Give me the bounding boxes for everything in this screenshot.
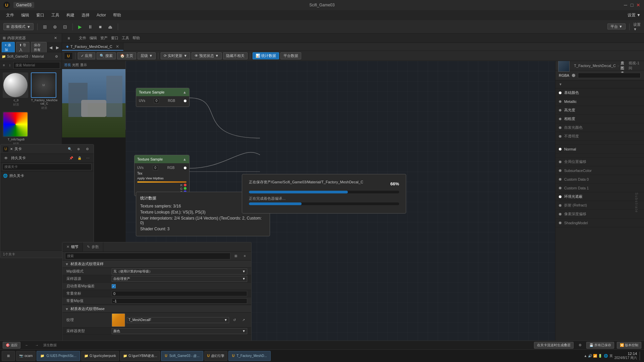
version-ctrl-btn[interactable]: 🔀 版本控制 <box>617 342 641 349</box>
vp-tab-show[interactable]: 显示 <box>80 63 87 67</box>
search-input[interactable] <box>13 62 60 69</box>
tex-node1-collapse[interactable]: ▲ <box>183 90 186 94</box>
mat-btn-apply[interactable]: ✓ 应用 <box>78 52 95 59</box>
level-persistent-item[interactable]: 🌐 持久关卡 <box>0 171 94 180</box>
mat-menu-help[interactable]: 帮助 <box>132 36 140 41</box>
menu-build[interactable]: 构建 <box>64 11 77 19</box>
restore-button[interactable]: □ <box>630 3 634 7</box>
details-search-input[interactable] <box>65 253 230 259</box>
stream-generate-btn[interactable]: 在关卡流送时生成叠层 <box>534 342 574 349</box>
show-desktop-btn[interactable] <box>640 352 642 360</box>
mat-btn-preview[interactable]: 👁 预览状态 ▼ <box>192 52 222 59</box>
vp-tab-lit[interactable]: 光照 <box>72 63 79 67</box>
asset-item-info[interactable]: T_InfoTagsB 材质 <box>3 112 30 146</box>
toolbar-icon-3[interactable]: ⊟ <box>61 23 69 31</box>
mat-btn-stats[interactable]: 📊 统计数据 <box>253 52 279 59</box>
mat-btn-hierarchy[interactable]: 层级 ▼ <box>138 52 156 59</box>
expand-row[interactable]: ▼ <box>555 80 644 88</box>
texture-sample-node-2[interactable]: Texture Sample ▲ UVs 0 RGB Tex Apply Vie… <box>134 155 190 196</box>
mat-menu-window[interactable]: 窗口 <box>111 36 118 41</box>
taskbar-app-cyberpunk[interactable]: 📁 G:\gun\cyberpunk <box>81 351 119 361</box>
menu-edit[interactable]: 编辑 <box>18 11 32 19</box>
nav-back-icon[interactable]: ◀ <box>48 44 53 51</box>
menu-select[interactable]: 选择 <box>79 11 92 19</box>
menu-window[interactable]: 窗口 <box>34 11 47 19</box>
platform-btn[interactable]: 平台 ▼ <box>607 24 626 29</box>
taskbar-app-ocam[interactable]: 📷 ocam <box>16 351 36 361</box>
play-button[interactable]: ▶ <box>76 23 84 31</box>
mat-btn-realtime[interactable]: ⟳ 实时更新 ▼ <box>161 52 190 59</box>
sampler-dropdown[interactable]: 自纹理资产 ▼ <box>112 276 247 282</box>
taskbar-app-ue5project[interactable]: 📁 G:\UE5 Project\Sc... <box>37 351 80 361</box>
menu-file[interactable]: 文件 <box>3 11 17 19</box>
sampler-type-dropdown[interactable]: 颜色 ▼ <box>112 328 247 334</box>
minimize-button[interactable]: ─ <box>623 3 628 7</box>
vp-tab-persp[interactable]: 透视 <box>64 63 71 67</box>
mat-btn-platform[interactable]: 平台数据 <box>280 52 301 59</box>
import-button[interactable]: ⬆ 导入 <box>16 42 30 53</box>
mat-hamburger[interactable]: ≡ <box>62 34 75 43</box>
section2-header[interactable]: ▼ 材质表达式纹理Base <box>62 305 251 313</box>
level-close-icon[interactable]: ✕ <box>10 147 13 151</box>
tab-close-icon[interactable]: ✕ <box>66 245 69 249</box>
texture-open-icon[interactable]: ↗ <box>240 316 247 324</box>
track-icon[interactable]: ← <box>23 342 31 349</box>
level-view-icon[interactable]: 👁 <box>2 155 10 162</box>
tracking-btn[interactable]: 🎯 追踪 <box>3 342 20 349</box>
menu-help[interactable]: 帮助 <box>110 11 124 19</box>
save-all-bottom-btn[interactable]: 💾 所有已保存 <box>586 342 614 349</box>
settings-icon[interactable]: ⚙ <box>53 53 60 60</box>
stop-button[interactable]: ■ <box>97 23 104 31</box>
details-list-icon[interactable]: ≡ <box>241 252 249 260</box>
texture-browse-icon[interactable]: ↺ <box>231 316 238 324</box>
level-settings-icon[interactable]: ⚙ <box>84 145 91 153</box>
mip-dropdown[interactable]: 无（使用计算的mip等级） ▼ <box>112 268 247 275</box>
taskbar-app-factory[interactable]: U T_Factory_MeshD... <box>228 351 271 361</box>
texture-sample-node-1[interactable]: Texture Sample ▲ UVs 0 RGB <box>136 88 190 107</box>
section1-header[interactable]: ▼ 材质表达式纹理采样 <box>62 260 251 268</box>
toolbar-icon-2[interactable]: ⊕ <box>51 23 59 31</box>
taskbar-app-scifi[interactable]: U Scifi_Game03 - 虚... <box>161 351 203 361</box>
asset-item-c0[interactable]: c_0 材质 <box>3 72 30 110</box>
menu-actor[interactable]: Actor <box>94 12 109 18</box>
mat-tab-factory[interactable]: ◆ T_Factory_MeshDecal_C ✕ <box>62 43 123 51</box>
level-search-input[interactable] <box>2 164 92 170</box>
coord-input[interactable] <box>112 291 247 296</box>
settings-btn[interactable]: 设置 ▼ <box>628 12 641 18</box>
mat-btn-hide[interactable]: 隐藏不相关 <box>223 52 248 59</box>
start-button[interactable]: ⊞ <box>2 351 15 361</box>
menu-tools[interactable]: 工具 <box>49 11 62 19</box>
mipval-input[interactable] <box>112 298 247 304</box>
level-lock-icon[interactable]: 🔒 <box>76 155 83 162</box>
mode-button[interactable]: ⊞ 选项模式 ▼ <box>3 23 34 30</box>
close-button[interactable]: ✕ <box>636 3 641 7</box>
level-add-icon[interactable]: ⊕ <box>75 145 82 153</box>
mat-menu-assets[interactable]: 资产 <box>100 36 108 41</box>
content-browser-close[interactable]: ✕ <box>52 35 59 42</box>
mat-menu-tools[interactable]: 工具 <box>122 36 129 41</box>
texture-dropdown[interactable]: T_MeshDecalF ▼ <box>127 317 229 323</box>
details-tab-param[interactable]: ✎ 参数 <box>83 242 103 251</box>
mat-tab-close[interactable]: ✕ <box>116 44 119 49</box>
derive-icon[interactable]: → <box>33 342 41 349</box>
app-tab[interactable]: Game03 <box>13 2 34 8</box>
eject-button[interactable]: ⏏ <box>107 23 114 31</box>
notification-icon[interactable]: 🌐 <box>604 354 608 358</box>
details-layout-icon[interactable]: ⊞ <box>232 252 239 260</box>
nav-forward-icon[interactable]: ▶ <box>55 44 60 51</box>
save-all-button[interactable]: 保存所有 <box>31 42 47 53</box>
mat-menu-edit[interactable]: 编辑 <box>90 36 97 41</box>
level-search-icon[interactable]: 🔍 <box>66 145 73 153</box>
sort-icon[interactable]: ↕ <box>8 62 12 69</box>
details-tab-detail[interactable]: ✕ 细节 <box>62 242 83 251</box>
toolbar-settings[interactable]: 设置 ▼ <box>633 23 641 31</box>
add-button[interactable]: + 添加 <box>2 42 15 53</box>
mat-menu-file[interactable]: 文件 <box>79 36 86 41</box>
taskbar-app-ue[interactable]: U 虚幻引擎 <box>204 351 227 361</box>
automip-checkbox[interactable]: ✓ <box>112 284 116 288</box>
mat-btn-search[interactable]: 🔍 搜索 <box>97 52 116 59</box>
filter-icon[interactable]: ≡ <box>2 62 6 69</box>
stream-settings-icon[interactable]: ⚙ <box>576 342 584 349</box>
toolbar-icon-1[interactable]: ⊞ <box>41 23 49 31</box>
pause-button[interactable]: ⏸ <box>87 23 94 31</box>
